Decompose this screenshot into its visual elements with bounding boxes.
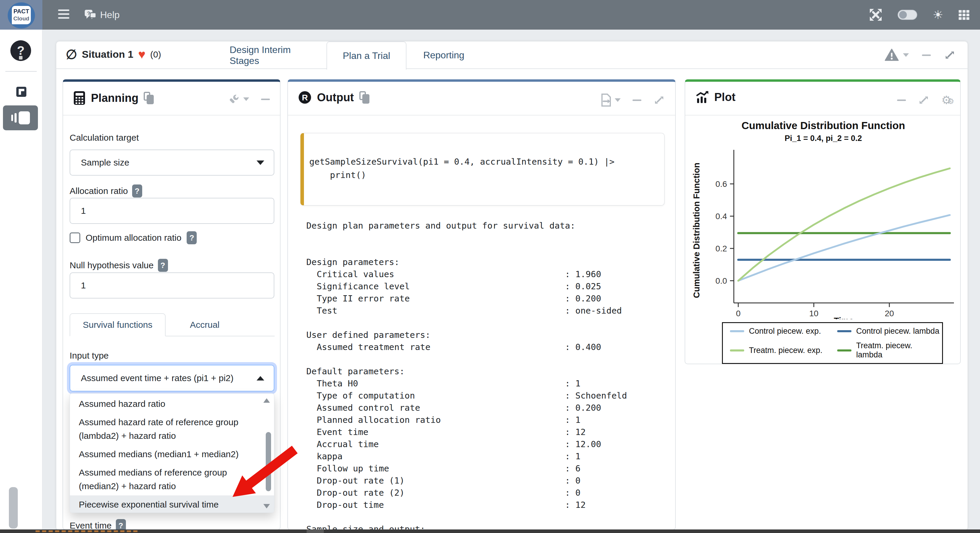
expand-icon[interactable] bbox=[918, 94, 930, 106]
x-axis-label: Time bbox=[834, 316, 853, 319]
svg-text:?: ? bbox=[87, 11, 90, 16]
help-avatar[interactable]: ? bbox=[10, 40, 31, 61]
scroll-down-arrow-icon[interactable] bbox=[263, 504, 270, 508]
statusbar-text-fragment bbox=[35, 530, 139, 532]
minimize-icon[interactable] bbox=[922, 54, 931, 56]
legend-swatch bbox=[730, 349, 744, 352]
help-badge-icon[interactable]: ? bbox=[158, 259, 168, 272]
minimize-icon[interactable] bbox=[897, 100, 906, 101]
dropdown-option[interactable]: Assumed hazard rate of reference group (… bbox=[70, 413, 258, 445]
help-button[interactable]: ? Help bbox=[84, 6, 120, 23]
copy-icon[interactable] bbox=[360, 91, 369, 104]
heart-icon[interactable]: ♥ bbox=[138, 48, 145, 61]
help-badge-icon[interactable]: ? bbox=[132, 184, 142, 198]
subtab-survival-functions[interactable]: Survival functions bbox=[70, 313, 165, 336]
output-line: Type of computation: Schoenfeld bbox=[306, 390, 674, 403]
legend-swatch bbox=[837, 349, 851, 352]
left-sidebar: ? bbox=[0, 30, 42, 533]
output-title: Output bbox=[317, 91, 354, 104]
export-button[interactable] bbox=[601, 94, 620, 106]
situation-group[interactable]: ∅ Situation 1 ♥ (0) bbox=[66, 47, 161, 62]
avatar-chip bbox=[19, 56, 22, 60]
planning-subtabs: Survival functions Accrual bbox=[70, 313, 275, 336]
y-tick-label: 0.4 bbox=[716, 212, 727, 221]
output-line: Significance level: 0.025 bbox=[306, 281, 674, 293]
logo-text-cloud: Cloud bbox=[12, 16, 31, 22]
output-panel: R Output bbox=[287, 79, 676, 530]
chevron-up-icon bbox=[256, 376, 264, 381]
dropdown-option[interactable]: Assumed hazard ratio bbox=[70, 395, 258, 413]
favorites-count: (0) bbox=[150, 49, 161, 60]
hamburger-menu-icon[interactable] bbox=[58, 10, 69, 20]
cdf-chart: 0.00.20.40.601020TimeCumulative Distribu… bbox=[689, 141, 956, 319]
optimum-allocation-row: Optimum allocation ratio ? bbox=[70, 231, 197, 244]
x-tick-label: 10 bbox=[809, 309, 818, 318]
sun-icon[interactable]: ☀ bbox=[932, 9, 943, 21]
y-axis-label: Cumulative Distribution Function bbox=[692, 163, 701, 298]
output-line: Drop-out time: 12 bbox=[306, 500, 674, 512]
null-hypothesis-input[interactable]: 1 bbox=[70, 273, 274, 298]
tab-bar: ∅ Situation 1 ♥ (0) Design Interim Stage… bbox=[56, 41, 967, 69]
situation-title: Situation 1 bbox=[82, 49, 133, 60]
calculation-target-select[interactable]: Sample size bbox=[70, 149, 274, 176]
output-line: Assumed treatment rate: 0.400 bbox=[306, 342, 674, 354]
tab-reporting[interactable]: Reporting bbox=[417, 41, 471, 69]
minimize-icon[interactable] bbox=[633, 100, 641, 101]
scroll-up-arrow-icon[interactable] bbox=[263, 398, 270, 403]
expand-icon[interactable] bbox=[944, 49, 956, 61]
null-hypothesis-label: Null hypothesis value ? bbox=[70, 259, 168, 272]
fullscreen-icon[interactable] bbox=[869, 8, 882, 21]
apps-grid-icon[interactable] bbox=[959, 10, 969, 20]
legend-item: Control piecew. exp. bbox=[725, 327, 832, 336]
help-bubble-icon: ? bbox=[84, 8, 97, 22]
allocation-ratio-input[interactable]: 1 bbox=[70, 198, 274, 224]
red-annotation-arrow bbox=[221, 444, 298, 504]
input-type-select[interactable]: Assumed event time + rates (pi1 + pi2) bbox=[70, 365, 274, 392]
chart-legend: Control piecew. exp.Control piecew. lamb… bbox=[722, 322, 943, 364]
allocation-ratio-label: Allocation ratio ? bbox=[70, 184, 142, 198]
expand-icon[interactable] bbox=[653, 94, 665, 106]
warning-menu-button[interactable] bbox=[885, 49, 909, 62]
y-tick-label: 0.0 bbox=[716, 276, 727, 286]
tabbar-actions bbox=[885, 49, 956, 62]
output-line: Theta H0: 1 bbox=[306, 378, 674, 390]
flag-icon[interactable] bbox=[16, 87, 26, 97]
sidebar-panel-toggle-button[interactable] bbox=[3, 105, 38, 130]
statusbar-notch bbox=[307, 530, 324, 533]
logo-text-pact: PACT bbox=[12, 8, 31, 15]
app-logo[interactable]: PACT Cloud bbox=[0, 0, 42, 31]
topbar-actions: ☀ bbox=[869, 0, 969, 30]
minimize-icon[interactable] bbox=[261, 98, 270, 100]
chevron-down-icon bbox=[256, 160, 264, 165]
chart-icon bbox=[695, 90, 709, 104]
output-line: Design plan parameters and output for su… bbox=[306, 220, 674, 233]
theme-toggle[interactable] bbox=[898, 10, 917, 20]
optimum-allocation-checkbox[interactable] bbox=[70, 232, 80, 243]
settings-wrench-button[interactable] bbox=[228, 94, 249, 105]
tab-design-interim-stages[interactable]: Design Interim Stages bbox=[230, 41, 318, 69]
help-badge-icon[interactable]: ? bbox=[187, 231, 197, 244]
output-line bbox=[306, 245, 674, 257]
tab-plan-a-trial[interactable]: Plan a Trial bbox=[326, 41, 406, 70]
gears-settings-icon[interactable]: ⚙⚙ bbox=[942, 94, 950, 106]
output-line: Planned allocation ratio: 1 bbox=[306, 415, 674, 427]
r-code-block[interactable]: getSampleSizeSurvival(pi1 = 0.4, accrual… bbox=[301, 133, 665, 206]
sidebar-scrollbar[interactable] bbox=[9, 487, 18, 528]
panel-layout-icon bbox=[11, 111, 30, 124]
warning-triangle-icon bbox=[885, 49, 899, 62]
null-hypothesis-value: 1 bbox=[81, 281, 86, 290]
plot-panel: Plot ⚙⚙ Cumulative Distribution Function… bbox=[685, 79, 961, 364]
output-line: Assumed control rate: 0.200 bbox=[306, 403, 674, 415]
legend-item: Treatm. piecew. lambda bbox=[832, 341, 940, 360]
toggle-knob bbox=[899, 11, 907, 19]
r-logo-icon: R bbox=[298, 90, 312, 104]
copy-icon[interactable] bbox=[144, 92, 154, 104]
output-line: Accrual time: 12.00 bbox=[306, 439, 674, 451]
output-line bbox=[306, 512, 674, 524]
code-line-2: print() bbox=[309, 170, 366, 180]
output-line: Event time: 12 bbox=[306, 427, 674, 439]
calculation-target-value: Sample size bbox=[81, 157, 129, 168]
output-line: Drop-out rate (2): 0 bbox=[306, 488, 674, 500]
subtab-accrual[interactable]: Accrual bbox=[175, 313, 234, 336]
x-tick-label: 20 bbox=[885, 309, 894, 318]
